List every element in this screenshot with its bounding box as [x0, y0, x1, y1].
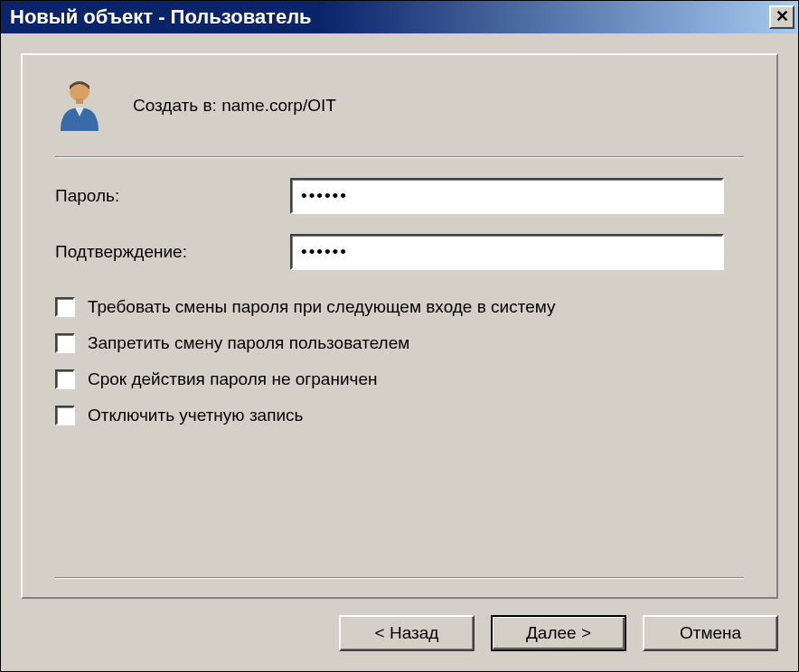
create-in-label: Создать в:	[133, 96, 217, 115]
back-button[interactable]: < Назад	[339, 615, 475, 651]
check-change-next-logon-row: Требовать смены пароля при следующем вхо…	[55, 297, 744, 317]
confirm-input[interactable]	[290, 234, 724, 270]
client-area: Создать в: name.corp/OIT Пароль: Подтвер…	[1, 33, 798, 671]
check-cannot-change[interactable]	[55, 333, 75, 353]
close-button[interactable]: ✕	[769, 5, 794, 29]
check-cannot-change-label: Запретить смену пароля пользователем	[88, 333, 409, 353]
check-never-expires-row: Срок действия пароля не ограничен	[55, 369, 744, 389]
title-bar: Новый объект - Пользователь ✕	[1, 1, 798, 33]
user-icon	[55, 77, 104, 135]
check-cannot-change-row: Запретить смену пароля пользователем	[55, 333, 744, 353]
spacer	[55, 425, 744, 577]
window-title: Новый объект - Пользователь	[10, 5, 312, 29]
create-in-text: Создать в: name.corp/OIT	[133, 96, 336, 116]
create-in-row: Создать в: name.corp/OIT	[55, 77, 744, 156]
check-never-expires[interactable]	[55, 369, 75, 389]
check-disable-account[interactable]	[55, 406, 75, 425]
create-in-path: name.corp/OIT	[221, 96, 336, 115]
password-input[interactable]	[290, 178, 724, 214]
content-panel: Создать в: name.corp/OIT Пароль: Подтвер…	[21, 53, 778, 599]
divider-top	[55, 156, 744, 158]
confirm-label: Подтверждение:	[55, 242, 290, 262]
check-change-next-logon[interactable]	[55, 297, 75, 317]
check-disable-account-row: Отключить учетную запись	[55, 406, 744, 425]
svg-rect-1	[76, 98, 83, 104]
next-button[interactable]: Далее >	[491, 615, 626, 651]
password-label: Пароль:	[55, 186, 290, 206]
checkbox-group: Требовать смены пароля при следующем вхо…	[55, 297, 744, 425]
divider-bottom	[55, 577, 744, 579]
check-disable-account-label: Отключить учетную запись	[88, 406, 303, 425]
check-change-next-logon-label: Требовать смены пароля при следующем вхо…	[88, 297, 556, 317]
button-row: < Назад Далее > Отмена	[21, 599, 778, 651]
dialog-window: Новый объект - Пользователь ✕	[0, 0, 799, 672]
check-never-expires-label: Срок действия пароля не ограничен	[88, 369, 377, 389]
confirm-row: Подтверждение:	[55, 234, 744, 270]
cancel-button[interactable]: Отмена	[643, 615, 778, 651]
password-row: Пароль:	[55, 178, 744, 214]
